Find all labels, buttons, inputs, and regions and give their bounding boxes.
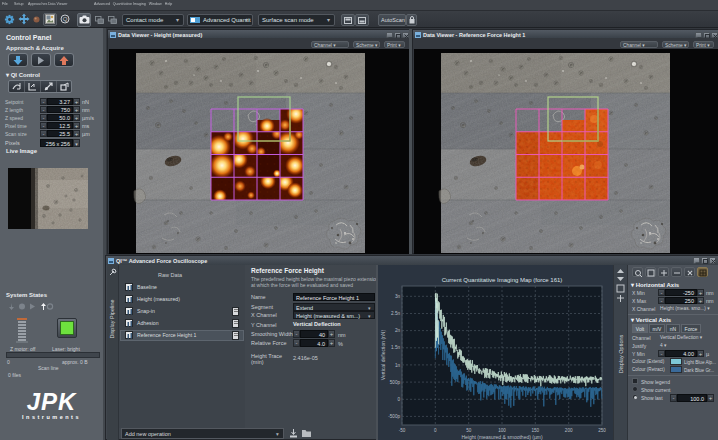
svg-text:50: 50 <box>466 428 472 433</box>
svg-text:2n: 2n <box>395 328 401 333</box>
svg-text:Q: Q <box>63 16 68 22</box>
svg-text:1.5n: 1.5n <box>391 345 400 350</box>
svg-text:Current Quantitative Imaging M: Current Quantitative Imaging Map (force … <box>442 277 563 283</box>
svg-text:-50: -50 <box>399 428 406 433</box>
svg-text:150: 150 <box>531 428 539 433</box>
svg-text:200: 200 <box>565 428 573 433</box>
svg-text:100: 100 <box>498 428 506 433</box>
svg-text:0: 0 <box>397 397 400 402</box>
svg-text:500p: 500p <box>390 380 401 385</box>
svg-text:2.5n: 2.5n <box>391 311 400 316</box>
svg-text:1n: 1n <box>395 363 401 368</box>
svg-text:250: 250 <box>598 428 606 433</box>
svg-text:-500p: -500p <box>388 414 400 419</box>
svg-text:Height (measured & smoothed) (: Height (measured & smoothed) (µm) <box>461 434 543 440</box>
svg-text:0: 0 <box>434 428 437 433</box>
svg-text:3n: 3n <box>395 294 401 299</box>
svg-text:Vertical deflection (nN): Vertical deflection (nN) <box>380 330 386 381</box>
